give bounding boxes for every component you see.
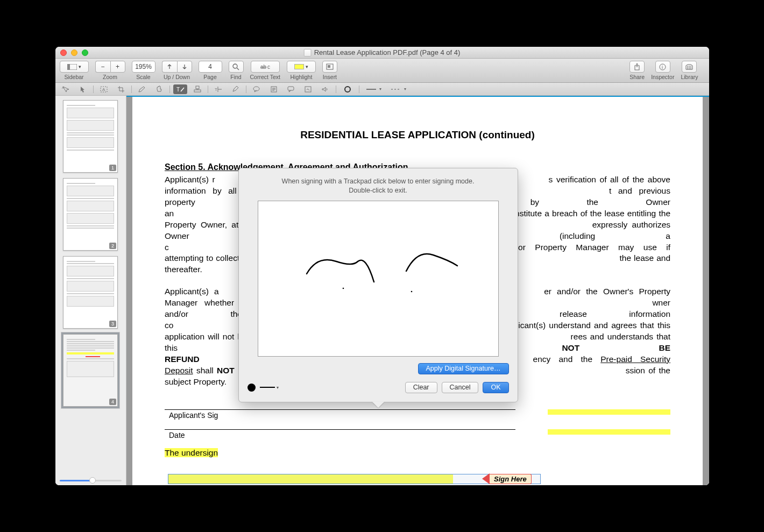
sidebar-label: Sidebar — [64, 74, 83, 80]
thumbnail-page-4[interactable]: 4 — [63, 334, 118, 407]
titlebar: Rental Lease Application PDF.pdf (Page 4… — [55, 47, 709, 59]
cancel-button[interactable]: Cancel — [442, 382, 479, 393]
svg-text:ab: ab — [260, 64, 267, 70]
page-heading: RESIDENTIAL LEASE APPLICATION (continued… — [165, 129, 670, 141]
thumbnail-sidebar[interactable]: 1 2 3 4 — [55, 96, 126, 485]
ok-button[interactable]: OK — [483, 382, 508, 393]
text-box-tool[interactable]: A — [97, 84, 111, 94]
link-tool[interactable] — [301, 84, 315, 94]
annotation-toolbar: A A T T ▾ ▾ — [55, 83, 709, 96]
svg-rect-1 — [67, 64, 70, 70]
share-button[interactable] — [629, 61, 645, 73]
inspector-button[interactable]: i — [655, 61, 670, 73]
find-button[interactable] — [229, 61, 244, 73]
date-label: Date — [165, 431, 515, 439]
pencil-icon — [138, 86, 146, 93]
pointer-tool[interactable] — [76, 84, 90, 94]
crop-tool[interactable] — [114, 84, 128, 94]
correct-text-button[interactable]: abc — [251, 61, 280, 73]
comment-icon — [253, 86, 260, 93]
highlight-button[interactable]: ▾ — [287, 61, 316, 73]
line-end-icon — [390, 87, 404, 91]
page-up-button[interactable] — [162, 61, 177, 73]
sound-tool[interactable] — [319, 84, 333, 94]
updown-label: Up / Down — [164, 74, 190, 80]
popover-instructions: When signing with a Trackpad click below… — [247, 177, 509, 195]
close-button[interactable] — [60, 49, 67, 56]
svg-point-32 — [345, 87, 350, 92]
stamp-tool[interactable] — [190, 84, 204, 94]
find-label: Find — [230, 74, 241, 80]
page-field[interactable]: 4 — [199, 61, 222, 73]
text-select-icon: A — [62, 86, 69, 93]
thumbnail-page-1[interactable]: 1 — [63, 100, 118, 173]
thumbnail-page-3[interactable]: 3 — [63, 256, 118, 329]
sign-here-arrow-icon — [482, 473, 490, 484]
hand-tool[interactable] — [152, 84, 166, 94]
apply-digital-signature-button[interactable]: Apply Digital Signature… — [418, 363, 509, 374]
signature-row-2: Date — [165, 429, 670, 439]
library-icon — [685, 63, 693, 70]
library-label: Library — [681, 74, 698, 80]
thumbnail-page-2[interactable]: 2 — [63, 178, 118, 251]
signature-drawing — [258, 201, 499, 357]
minimize-button[interactable] — [71, 49, 77, 56]
correct-text-label: Correct Text — [250, 74, 280, 80]
svg-text:A: A — [102, 87, 105, 92]
svg-rect-30 — [288, 87, 294, 90]
info-icon: i — [659, 63, 666, 70]
scale-field[interactable]: 195% — [132, 61, 155, 73]
hand-icon — [155, 86, 162, 93]
zoom-out-button[interactable]: − — [95, 61, 110, 73]
pointer-icon — [80, 86, 86, 93]
zoom-in-button[interactable]: + — [110, 61, 125, 73]
signature-popover: When signing with a Trackpad click below… — [238, 168, 518, 402]
undersigned-line: The undersign — [165, 448, 670, 458]
page-down-button[interactable] — [177, 61, 192, 73]
popover-button-row: ▾ Clear Cancel OK — [247, 382, 509, 393]
form-text-tool[interactable]: T — [211, 84, 225, 94]
insert-button[interactable] — [322, 61, 337, 73]
text-select-tool[interactable]: A — [59, 84, 73, 94]
maximize-button[interactable] — [82, 49, 88, 56]
inspector-label: Inspector — [651, 74, 674, 80]
svg-text:A: A — [62, 86, 64, 89]
sign-here-label: Sign Here — [490, 474, 532, 484]
thumbnail-number: 1 — [109, 165, 116, 171]
share-label: Share — [629, 74, 645, 80]
thumbnail-size-slider[interactable] — [60, 480, 122, 482]
note-icon — [271, 86, 277, 93]
insert-label: Insert — [323, 74, 337, 80]
draw-tool[interactable] — [135, 84, 149, 94]
sidebar-button[interactable]: ▾ — [60, 61, 89, 73]
signature-row-1: Applicant's Sig — [165, 409, 670, 420]
signature-tool[interactable]: T — [173, 84, 187, 94]
sound-icon — [322, 86, 329, 93]
page-label: Page — [203, 74, 217, 80]
svg-text:T: T — [215, 87, 217, 92]
note-tool[interactable] — [267, 84, 281, 94]
clear-button[interactable]: Clear — [405, 382, 437, 393]
insert-icon — [326, 63, 334, 70]
shape-tool[interactable] — [339, 84, 356, 94]
signature-thickness-selector[interactable]: ▾ — [260, 385, 279, 390]
comment-tool[interactable] — [250, 84, 264, 94]
search-icon — [232, 63, 239, 70]
link-icon — [305, 86, 312, 93]
arrow-up-icon — [167, 64, 172, 69]
thumbnail-number: 4 — [109, 399, 116, 405]
svg-point-35 — [342, 287, 344, 289]
sign-here-tag[interactable]: Sign Here — [482, 474, 532, 484]
line-end-tool[interactable]: ▾ — [387, 84, 409, 94]
svg-rect-19 — [194, 90, 201, 92]
library-button[interactable] — [682, 61, 697, 73]
signature-color-selector[interactable] — [247, 384, 256, 392]
line-icon — [365, 87, 379, 91]
callout-tool[interactable] — [284, 84, 298, 94]
main-toolbar: ▾ Sidebar − + Zoom 195% Scale — [55, 59, 709, 83]
callout-icon — [287, 86, 294, 93]
highlighter-tool[interactable] — [229, 84, 243, 94]
highlighter-icon — [232, 86, 239, 93]
signature-canvas[interactable] — [258, 201, 499, 357]
line-style-tool[interactable]: ▾ — [363, 84, 384, 94]
